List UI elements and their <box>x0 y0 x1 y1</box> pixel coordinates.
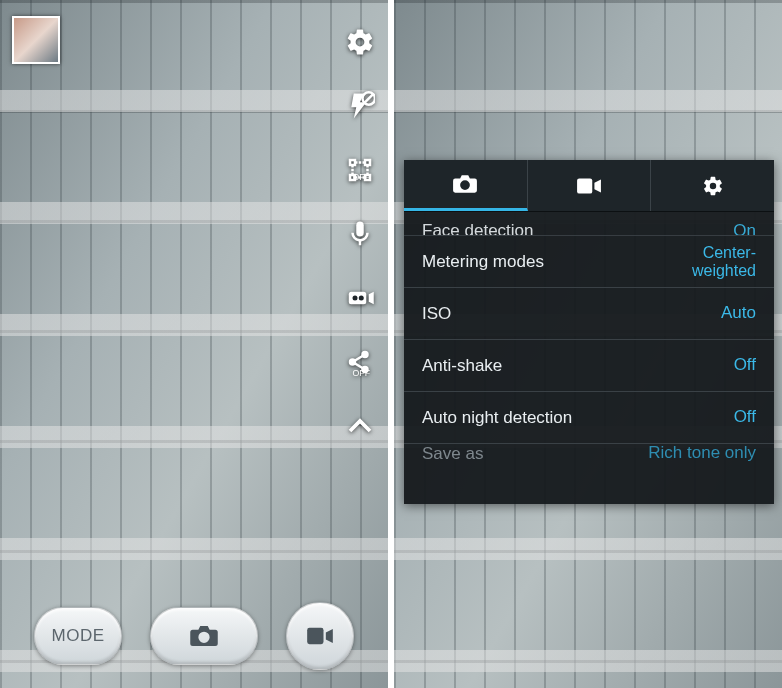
setting-label: ISO <box>422 304 451 324</box>
gear-icon[interactable] <box>342 24 378 60</box>
setting-label: Anti-shake <box>422 356 502 376</box>
quick-settings-bar: OFF OFF <box>342 24 378 444</box>
svg-line-1 <box>364 94 373 103</box>
settings-tabs <box>404 160 774 212</box>
settings-list[interactable]: Face detection On Metering modes Center-… <box>404 212 774 504</box>
svg-text:OFF: OFF <box>353 172 371 182</box>
setting-value: Rich tone only <box>648 444 756 463</box>
video-icon <box>306 625 334 647</box>
gear-icon <box>700 175 726 197</box>
mode-button[interactable]: MODE <box>34 607 122 665</box>
svg-point-4 <box>353 296 358 301</box>
svg-point-7 <box>363 352 368 357</box>
setting-value: Off <box>734 408 756 427</box>
tab-video[interactable] <box>528 160 652 211</box>
svg-text:OFF: OFF <box>353 368 371 377</box>
camera-viewfinder-screen: OFF OFF MODE <box>0 0 388 688</box>
setting-value: On <box>733 222 756 236</box>
shutter-button[interactable] <box>150 607 258 665</box>
tab-camera[interactable] <box>404 160 528 211</box>
effects-icon[interactable] <box>342 280 378 316</box>
setting-face-detection[interactable]: Face detection On <box>404 212 774 236</box>
camera-settings-panel: Face detection On Metering modes Center-… <box>404 160 774 504</box>
gallery-thumbnail[interactable] <box>12 16 60 64</box>
mic-icon[interactable] <box>342 216 378 252</box>
setting-label: Face detection <box>422 221 534 236</box>
setting-anti-shake[interactable]: Anti-shake Off <box>404 340 774 392</box>
setting-metering-modes[interactable]: Metering modes Center- weighted <box>404 236 774 288</box>
setting-value: Center- weighted <box>692 244 756 279</box>
flash-off-icon[interactable] <box>342 88 378 124</box>
svg-rect-12 <box>307 628 323 644</box>
viewfinder-preview <box>0 0 388 688</box>
setting-label: Auto night detection <box>422 408 572 428</box>
setting-iso[interactable]: ISO Auto <box>404 288 774 340</box>
setting-label: Save as <box>422 444 483 464</box>
capture-bar: MODE <box>0 602 388 670</box>
mode-button-label: MODE <box>52 626 105 646</box>
setting-value: Off <box>734 356 756 375</box>
setting-save-as[interactable]: Save as Rich tone only <box>404 444 774 482</box>
camera-settings-screen: Face detection On Metering modes Center-… <box>394 0 782 688</box>
camera-icon <box>452 173 478 195</box>
svg-rect-13 <box>577 178 592 193</box>
setting-value: Auto <box>721 304 756 323</box>
camera-icon <box>189 623 219 649</box>
setting-auto-night-detection[interactable]: Auto night detection Off <box>404 392 774 444</box>
svg-point-6 <box>350 360 355 365</box>
svg-point-5 <box>359 296 364 301</box>
chevron-up-icon[interactable] <box>342 408 378 444</box>
tab-general[interactable] <box>651 160 774 211</box>
video-icon <box>576 175 602 197</box>
video-record-button[interactable] <box>286 602 354 670</box>
share-off-icon[interactable]: OFF <box>342 344 378 380</box>
svg-line-9 <box>355 356 363 361</box>
timer-off-icon[interactable]: OFF <box>342 152 378 188</box>
setting-label: Metering modes <box>422 252 544 272</box>
